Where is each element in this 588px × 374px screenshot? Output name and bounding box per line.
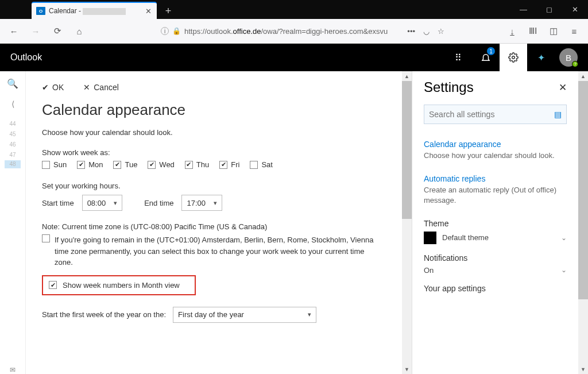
left-rail: 🔍 ⟨ 44 45 46 47 48 ✉ bbox=[0, 71, 26, 374]
settings-panel: Settings ✕ ▤ Calendar appearanceChoose h… bbox=[412, 71, 578, 374]
avatar[interactable]: B ? bbox=[559, 48, 578, 67]
scroll-up-icon[interactable]: ▲ bbox=[402, 71, 412, 81]
menu-icon[interactable]: ≡ bbox=[566, 23, 582, 39]
timezone-note: Note: Current time zone is (UTC-08:00) P… bbox=[42, 222, 386, 231]
mail-icon[interactable]: ✉ bbox=[10, 366, 16, 374]
scrollbar-thumb[interactable] bbox=[578, 81, 588, 299]
work-week-label: Show work week as: bbox=[42, 148, 386, 157]
help-icon[interactable]: ✦ bbox=[527, 44, 555, 71]
ok-button[interactable]: ✔OK bbox=[42, 83, 64, 92]
scroll-down-icon[interactable]: ▼ bbox=[402, 364, 412, 374]
day-checkbox[interactable]: ✔ bbox=[185, 161, 193, 169]
day-checkbox[interactable]: ✔ bbox=[77, 161, 85, 169]
page-title: Calendar appearance bbox=[42, 101, 386, 119]
library-icon[interactable]: ⅢⅠ bbox=[525, 23, 541, 39]
browser-tab[interactable]: O Calendar - ✕ bbox=[32, 2, 157, 19]
url-text: https://outlook.office.de/owa/?realm=dig… bbox=[184, 27, 388, 36]
day-label: Thu bbox=[196, 160, 209, 169]
settings-search[interactable]: ▤ bbox=[424, 105, 567, 124]
svg-point-0 bbox=[512, 56, 515, 59]
theme-selector[interactable]: Default theme ⌄ bbox=[424, 232, 567, 244]
end-time-label: End time bbox=[144, 199, 173, 207]
close-settings-icon[interactable]: ✕ bbox=[559, 82, 567, 94]
settings-title: Settings bbox=[424, 79, 474, 95]
minimize-button[interactable]: — bbox=[510, 0, 536, 19]
working-hours-label: Set your working hours. bbox=[42, 182, 386, 190]
notifications-icon[interactable]: 1 bbox=[472, 44, 500, 71]
sidebar-toggle-icon[interactable]: ◫ bbox=[546, 23, 562, 39]
info-icon[interactable]: i bbox=[161, 27, 169, 35]
settings-link[interactable]: Calendar appearance bbox=[424, 140, 501, 149]
day-checkbox[interactable]: ✔ bbox=[219, 161, 227, 169]
end-time-select[interactable]: 17:00 bbox=[181, 195, 222, 211]
day-label: Tue bbox=[125, 160, 137, 169]
search-icon[interactable]: ▤ bbox=[554, 110, 562, 119]
day-tue: ✔Tue bbox=[113, 160, 137, 169]
close-tab-icon[interactable]: ✕ bbox=[144, 7, 152, 16]
scroll-down-icon[interactable]: ▼ bbox=[578, 364, 588, 374]
browser-toolbar: ← → ⟳ ⌂ i 🔒 https://outlook.office.de/ow… bbox=[0, 19, 588, 44]
day-checkbox[interactable] bbox=[42, 161, 50, 169]
downloads-icon[interactable]: ↓ bbox=[504, 23, 520, 39]
scroll-up-icon[interactable]: ▲ bbox=[578, 71, 588, 81]
work-week-days: Sun✔Mon✔Tue✔Wed✔Thu✔FriSat bbox=[42, 160, 386, 169]
theme-label: Theme bbox=[424, 219, 567, 228]
settings-link[interactable]: Automatic replies bbox=[424, 174, 485, 183]
day-wed: ✔Wed bbox=[148, 160, 175, 169]
day-label: Sat bbox=[261, 160, 273, 169]
settings-gear-icon[interactable] bbox=[500, 44, 527, 71]
bookmark-icon[interactable]: ☆ bbox=[438, 27, 444, 36]
home-button[interactable]: ⌂ bbox=[71, 23, 87, 39]
close-window-button[interactable]: ✕ bbox=[562, 0, 588, 19]
day-label: Wed bbox=[159, 160, 175, 169]
maximize-button[interactable]: ◻ bbox=[536, 0, 562, 19]
settings-search-input[interactable] bbox=[429, 110, 554, 119]
timezone-checkbox[interactable] bbox=[42, 234, 50, 242]
url-bar[interactable]: i 🔒 https://outlook.office.de/owa/?realm… bbox=[156, 22, 449, 40]
back-button[interactable]: ← bbox=[6, 23, 22, 39]
highlighted-option: ✔ Show week numbers in Month view bbox=[42, 275, 196, 295]
app-launcher-icon[interactable]: ⠿ bbox=[444, 44, 472, 71]
forward-button[interactable]: → bbox=[28, 23, 44, 39]
settings-link-item: Automatic repliesCreate an automatic rep… bbox=[424, 173, 567, 206]
new-tab-button[interactable]: + bbox=[160, 3, 176, 19]
panel-scrollbar[interactable]: ▲ ▼ bbox=[578, 71, 588, 374]
day-label: Fri bbox=[231, 160, 239, 169]
day-checkbox[interactable]: ✔ bbox=[148, 161, 156, 169]
notifications-value: On bbox=[424, 266, 434, 275]
scrollbar-thumb[interactable] bbox=[402, 81, 412, 219]
avatar-initial: B bbox=[566, 53, 571, 63]
day-thu: ✔Thu bbox=[185, 160, 209, 169]
week-numbers-label: Show week numbers in Month view bbox=[63, 281, 180, 290]
main-scrollbar[interactable]: ▲ ▼ bbox=[402, 71, 412, 374]
week-number-strip: 44 45 46 47 48 bbox=[5, 119, 21, 168]
main-content: ✔OK ✕Cancel Calendar appearance Choose h… bbox=[26, 71, 402, 374]
page-actions-icon[interactable]: ••• bbox=[407, 27, 415, 36]
app-title: Outlook bbox=[10, 52, 42, 63]
app-container: Outlook ⠿ 1 ✦ B ? 🔍 ⟨ 44 45 46 bbox=[0, 44, 588, 374]
day-sat: Sat bbox=[250, 160, 273, 169]
search-icon[interactable]: 🔍 bbox=[7, 78, 18, 89]
day-sun: Sun bbox=[42, 160, 67, 169]
theme-swatch bbox=[424, 232, 436, 244]
first-week-select[interactable]: First day of the year bbox=[173, 307, 316, 323]
tab-strip: O Calendar - ✕ + bbox=[0, 0, 510, 19]
settings-link-desc: Create an automatic reply (Out of office… bbox=[424, 185, 567, 206]
day-checkbox[interactable] bbox=[250, 161, 258, 169]
week-numbers-checkbox[interactable]: ✔ bbox=[49, 281, 57, 289]
page-subtitle: Choose how your calendar should look. bbox=[42, 128, 386, 137]
settings-link-desc: Choose how your calendar should look. bbox=[424, 151, 567, 161]
window-controls: — ◻ ✕ bbox=[510, 0, 588, 19]
collapse-left-icon[interactable]: ⟨ bbox=[11, 99, 14, 109]
tab-title: Calendar - bbox=[49, 7, 141, 15]
app-settings-label: Your app settings bbox=[424, 284, 567, 293]
chevron-down-icon: ⌄ bbox=[561, 234, 567, 242]
cancel-button[interactable]: ✕Cancel bbox=[83, 83, 119, 92]
start-time-select[interactable]: 08:00 bbox=[82, 195, 123, 211]
close-icon: ✕ bbox=[83, 83, 90, 92]
notifications-selector[interactable]: On ⌄ bbox=[424, 266, 567, 275]
settings-link-item: Calendar appearanceChoose how your calen… bbox=[424, 139, 567, 161]
reload-button[interactable]: ⟳ bbox=[49, 23, 65, 39]
day-checkbox[interactable]: ✔ bbox=[113, 161, 121, 169]
pocket-icon[interactable]: ◡ bbox=[423, 27, 430, 36]
